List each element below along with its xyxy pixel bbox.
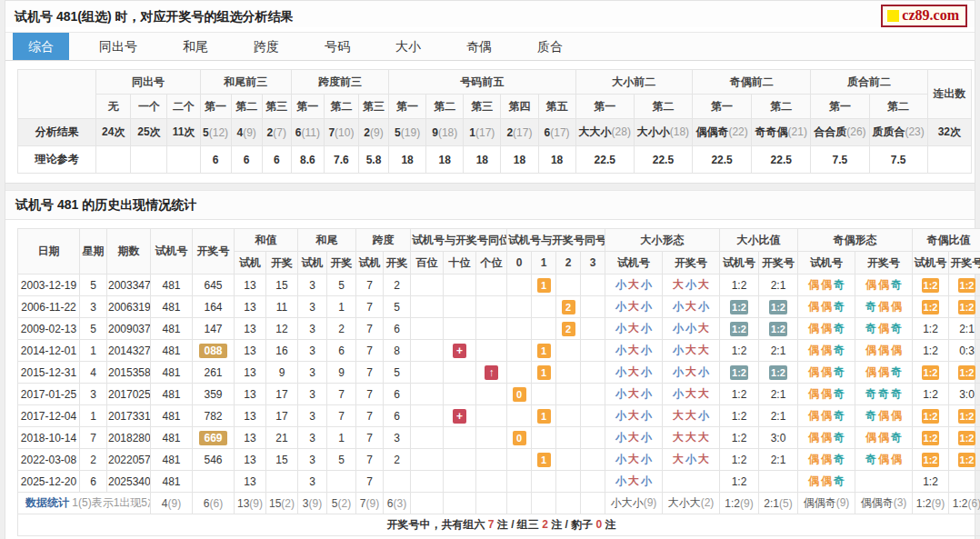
count-paren: (2) — [701, 496, 715, 509]
table-cell — [411, 471, 444, 493]
pattern-char: 偶 — [878, 300, 889, 313]
table-cell: 5 — [327, 449, 356, 471]
history-row: 2017-12-041201733148178213173776+1小大小大大小… — [18, 405, 980, 427]
pattern-char: 小 — [698, 409, 709, 422]
table-cell: 15 — [266, 274, 298, 296]
table-cell: 2 — [556, 318, 581, 340]
pattern-char: 小 — [698, 300, 709, 313]
badge: 1:2 — [958, 431, 976, 445]
tab-item[interactable]: 大小 — [380, 33, 436, 60]
table-cell: 1(17) — [464, 119, 501, 146]
table-cell: 6 — [384, 384, 411, 405]
history-table-body: 2003-12-1952003347481645131535721小大小大小大1… — [18, 274, 980, 536]
table-cell: 0:3 — [949, 340, 980, 362]
table-cell — [507, 340, 532, 362]
table-cell — [927, 146, 971, 174]
pattern-char: 小 — [673, 344, 684, 356]
table-cell: 13 — [235, 362, 266, 384]
pattern-char: 奇 — [834, 431, 845, 444]
table-cell — [581, 296, 605, 318]
pattern-char: 小 — [641, 409, 652, 422]
table-cell: 奇偶奇 — [855, 318, 913, 340]
table-cell: 645 — [193, 274, 235, 296]
table-cell: 2:1 — [759, 340, 798, 362]
table-cell: 1:2 — [913, 274, 949, 296]
pattern-char: 偶 — [821, 431, 832, 444]
table-cell: 2:1 — [949, 318, 980, 340]
table-cell: 2017025 — [107, 384, 151, 405]
table-cell: + — [444, 340, 476, 362]
pattern-char: 偶 — [865, 431, 876, 444]
table-cell — [476, 427, 507, 449]
table-cell — [581, 340, 605, 362]
table-cell: 偶偶奇(22) — [693, 119, 752, 146]
tab-item[interactable]: 综合 — [13, 33, 69, 60]
table-cell: 小小大 — [663, 318, 720, 340]
tab-item[interactable]: 跨度 — [238, 33, 295, 60]
table-cell: 1:2 — [913, 362, 949, 384]
table-cell: 481 — [151, 340, 193, 362]
pattern-char: 大 — [685, 344, 696, 356]
table-cell — [556, 471, 581, 493]
table-cell: 7 — [80, 427, 107, 449]
stats-cell: 7(9) — [356, 493, 384, 514]
column-header: 试机 — [356, 252, 384, 274]
table-cell — [476, 449, 507, 471]
table-cell: 2015358 — [107, 362, 151, 384]
table-cell — [384, 471, 411, 493]
table-cell — [581, 274, 605, 296]
tab-item[interactable]: 号码 — [309, 33, 365, 60]
badge: 1 — [537, 344, 551, 358]
table-cell: 6 — [80, 471, 107, 493]
table-cell: 481 — [151, 318, 193, 340]
site-logo[interactable]: cz89.com — [881, 5, 967, 27]
table-cell — [556, 340, 581, 362]
pattern-char: 偶 — [808, 453, 819, 465]
table-cell: 7.5 — [811, 146, 869, 174]
pattern-char: 小 — [641, 344, 652, 356]
column-header: 开奖号 — [949, 252, 980, 274]
badge: 1:2 — [958, 300, 976, 314]
column-header: 第一 — [575, 95, 634, 119]
history-title: 试机号 481 的历史出现情况统计 — [5, 191, 975, 220]
tab-item[interactable]: 同出号 — [84, 33, 153, 60]
stats-cell: 15(2) — [266, 493, 298, 514]
pattern-char: 偶 — [865, 365, 876, 378]
column-header: 大小前二 — [575, 70, 692, 95]
table-cell — [663, 471, 720, 493]
table-cell: 2:1 — [759, 405, 798, 427]
table-cell: 13 — [235, 318, 266, 340]
table-cell: 261 — [193, 362, 235, 384]
tab-item[interactable]: 奇偶 — [451, 33, 507, 60]
table-cell: 偶偶奇 — [798, 340, 855, 362]
stats-cell: 大小大(2) — [663, 493, 720, 514]
table-cell: 12 — [266, 318, 298, 340]
table-cell: 2006319 — [107, 296, 151, 318]
pattern-char: 小 — [641, 431, 652, 444]
tab-item[interactable]: 和尾 — [167, 33, 224, 60]
pattern-char: 小 — [641, 278, 652, 291]
tab-item[interactable]: 质合 — [522, 33, 578, 60]
table-cell: 2018-10-14 — [18, 427, 80, 449]
pattern-char: 奇 — [865, 453, 876, 465]
footer-text: 注 — [602, 518, 615, 531]
row-label: 分析结果 — [18, 119, 96, 146]
count-paren: (17) — [513, 126, 532, 139]
badge: 1:2 — [769, 322, 787, 336]
table-cell: 13 — [235, 427, 266, 449]
table-cell — [411, 384, 444, 405]
table-cell: 6 — [384, 318, 411, 340]
table-cell: 5(12) — [200, 119, 231, 146]
table-cell — [532, 427, 556, 449]
column-header: 第三 — [262, 95, 291, 119]
badge: 1:2 — [922, 409, 940, 424]
pattern-char: 大 — [685, 387, 696, 400]
table-cell: 3 — [298, 340, 327, 362]
table-cell: 2(17) — [501, 119, 538, 146]
analysis-row: 理论参考6668.67.65.8181818181822.522.522.522… — [18, 146, 972, 174]
count-paren: (17) — [550, 126, 569, 139]
pattern-char: 小 — [673, 365, 684, 378]
count-paren: (7) — [273, 126, 286, 139]
table-cell: 13 — [235, 340, 266, 362]
column-header: 质合前二 — [811, 70, 927, 95]
